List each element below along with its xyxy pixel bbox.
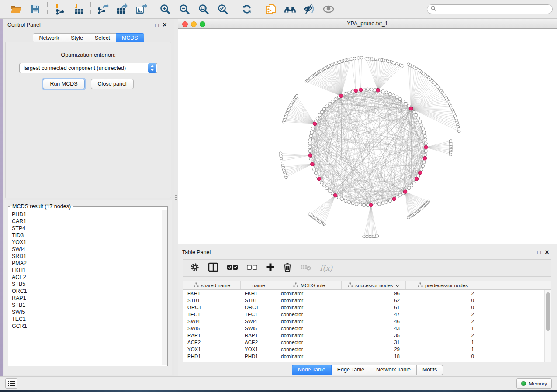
window-minimize-icon[interactable] bbox=[191, 21, 197, 27]
network-node[interactable] bbox=[308, 146, 311, 149]
cell-name[interactable]: ORC1 bbox=[241, 304, 277, 311]
close-table-panel-icon[interactable]: × bbox=[543, 248, 551, 256]
network-node[interactable] bbox=[363, 88, 366, 91]
mcds-result-item[interactable]: CAR1 bbox=[12, 218, 162, 225]
mcds-result-item[interactable]: GCR1 bbox=[12, 323, 162, 330]
network-node[interactable] bbox=[421, 165, 424, 168]
cell-predecessor-nodes[interactable]: 1 bbox=[406, 346, 480, 353]
network-node[interactable] bbox=[318, 113, 321, 117]
mcds-result-item[interactable]: PMA2 bbox=[12, 260, 162, 267]
network-node[interactable] bbox=[320, 181, 323, 184]
column-header-successor-nodes[interactable]: successor nodes bbox=[342, 281, 406, 289]
network-node[interactable] bbox=[309, 134, 312, 138]
cell-name[interactable]: RAP1 bbox=[241, 332, 277, 339]
network-node[interactable] bbox=[424, 153, 427, 156]
network-node[interactable] bbox=[311, 127, 314, 130]
network-node[interactable] bbox=[420, 124, 423, 127]
cell-MCDS-role[interactable]: dominator bbox=[277, 318, 342, 325]
network-node[interactable] bbox=[449, 153, 452, 156]
network-node[interactable] bbox=[322, 184, 325, 187]
network-node[interactable] bbox=[398, 97, 401, 100]
cell-successor-nodes[interactable]: 46 bbox=[342, 318, 406, 325]
cell-shared-name[interactable]: STB1 bbox=[183, 297, 241, 304]
network-node[interactable] bbox=[392, 94, 395, 97]
network-node[interactable] bbox=[405, 102, 408, 105]
cell-predecessor-nodes[interactable]: 1 bbox=[406, 325, 480, 332]
zoom-selected-icon[interactable] bbox=[217, 3, 229, 15]
mcds-hub-node[interactable] bbox=[369, 203, 373, 207]
table-row[interactable]: YOX1YOX1connector291 bbox=[183, 346, 544, 353]
network-node[interactable] bbox=[350, 58, 353, 61]
cell-shared-name[interactable]: SWI5 bbox=[183, 325, 241, 332]
cell-MCDS-role[interactable]: connector bbox=[277, 346, 342, 353]
column-header-MCDS-role[interactable]: MCDS role bbox=[277, 281, 342, 289]
cell-MCDS-role[interactable]: dominator bbox=[277, 290, 342, 297]
cell-shared-name[interactable]: TEC1 bbox=[183, 311, 241, 318]
float-table-panel-icon[interactable]: □ bbox=[535, 249, 543, 255]
network-node[interactable] bbox=[357, 57, 360, 60]
cell-MCDS-role[interactable]: dominator bbox=[277, 332, 342, 339]
table-row[interactable]: FKH1FKH1dominator962 bbox=[183, 290, 544, 297]
network-node[interactable] bbox=[374, 203, 377, 206]
mcds-hub-node[interactable] bbox=[313, 122, 317, 126]
mcds-result-item[interactable]: SWI5 bbox=[12, 309, 162, 316]
network-node[interactable] bbox=[412, 181, 415, 184]
table-row[interactable]: SWI5SWI5connector431 bbox=[183, 325, 544, 332]
network-node[interactable] bbox=[424, 142, 427, 145]
network-node[interactable] bbox=[334, 97, 337, 100]
zoom-out-icon[interactable] bbox=[178, 3, 190, 15]
binoculars-icon[interactable] bbox=[284, 3, 296, 15]
column-header-name[interactable]: name bbox=[241, 281, 277, 289]
run-mcds-button[interactable]: Run MCDS bbox=[43, 79, 84, 89]
cell-shared-name[interactable]: RAP1 bbox=[183, 332, 241, 339]
mcds-result-item[interactable]: STB1 bbox=[12, 302, 162, 309]
cell-name[interactable]: STB1 bbox=[241, 297, 277, 304]
cell-predecessor-nodes[interactable]: 2 bbox=[406, 318, 480, 325]
cell-shared-name[interactable]: ORC1 bbox=[183, 304, 241, 311]
cell-MCDS-role[interactable]: dominator bbox=[277, 353, 342, 360]
network-node[interactable] bbox=[415, 113, 418, 117]
network-node[interactable] bbox=[457, 130, 460, 133]
task-history-button[interactable] bbox=[5, 378, 17, 389]
network-node[interactable] bbox=[316, 117, 319, 120]
network-node[interactable] bbox=[422, 131, 426, 134]
network-node[interactable] bbox=[295, 94, 298, 97]
network-node[interactable] bbox=[281, 164, 284, 167]
table-row[interactable]: TEC1TEC1connector472 bbox=[183, 311, 544, 318]
cell-successor-nodes[interactable]: 43 bbox=[342, 325, 406, 332]
cell-MCDS-role[interactable]: dominator bbox=[277, 304, 342, 311]
network-node[interactable] bbox=[424, 138, 427, 141]
mcds-hub-node[interactable] bbox=[403, 190, 407, 194]
cell-successor-nodes[interactable]: 47 bbox=[342, 311, 406, 318]
cell-name[interactable]: ACE2 bbox=[241, 339, 277, 346]
cell-MCDS-role[interactable]: dominator bbox=[277, 297, 342, 304]
network-node[interactable] bbox=[309, 138, 312, 141]
export-table-icon[interactable] bbox=[116, 3, 128, 15]
mcds-result-item[interactable]: TID3 bbox=[12, 232, 162, 239]
cell-name[interactable]: SWI5 bbox=[241, 325, 277, 332]
select-all-icon[interactable] bbox=[227, 264, 238, 272]
network-node[interactable] bbox=[370, 88, 373, 91]
table-scrollbar-thumb[interactable] bbox=[546, 292, 550, 331]
network-node[interactable] bbox=[385, 91, 388, 94]
network-node[interactable] bbox=[388, 92, 391, 95]
network-node[interactable] bbox=[424, 150, 427, 153]
zoom-fit-icon[interactable] bbox=[197, 3, 210, 15]
cell-successor-nodes[interactable]: 61 bbox=[342, 304, 406, 311]
network-node[interactable] bbox=[385, 201, 388, 204]
cell-shared-name[interactable]: ACE2 bbox=[183, 339, 241, 346]
cell-name[interactable]: SWI4 bbox=[241, 318, 277, 325]
table-row[interactable]: PHD1PHD1dominator180 bbox=[183, 353, 544, 360]
mcds-hub-node[interactable] bbox=[311, 162, 315, 166]
table-scrollbar[interactable] bbox=[544, 290, 551, 362]
gear-icon[interactable] bbox=[190, 262, 200, 274]
cell-MCDS-role[interactable]: connector bbox=[277, 339, 342, 346]
cell-successor-nodes[interactable]: 31 bbox=[342, 339, 406, 346]
network-node[interactable] bbox=[351, 202, 354, 205]
network-node[interactable] bbox=[366, 88, 369, 91]
cell-successor-nodes[interactable]: 35 bbox=[342, 332, 406, 339]
open-session-icon[interactable] bbox=[10, 3, 22, 15]
export-image-icon[interactable] bbox=[135, 3, 147, 15]
network-node[interactable] bbox=[407, 216, 410, 219]
mcds-result-item[interactable]: STP4 bbox=[12, 225, 162, 232]
